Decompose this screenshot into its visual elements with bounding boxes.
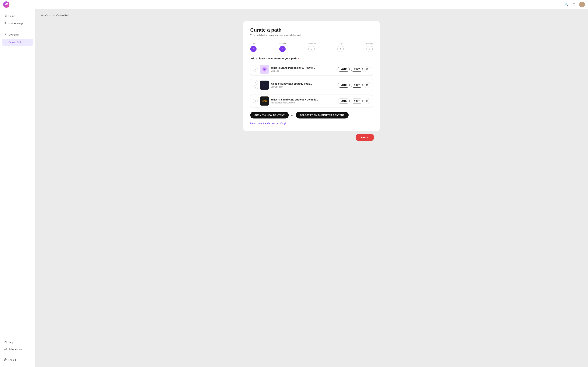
- sidebar-item-logout[interactable]: Logout: [2, 357, 33, 364]
- bottom-bar: NEXT: [243, 131, 380, 144]
- content-item-1: ↓ What Is Brand Personality & How to... …: [250, 63, 373, 76]
- home-icon: [4, 14, 7, 18]
- svg-point-0: [5, 23, 6, 24]
- search-icon[interactable]: 🔍: [564, 2, 569, 7]
- move-down-btn-1[interactable]: ↓: [253, 67, 258, 72]
- content-list: ↓ What Is Brand Personality & How to... …: [250, 63, 373, 108]
- sidebar-bottom: Help Subscription Logout: [0, 335, 35, 364]
- step-connector-2-3: [285, 49, 308, 49]
- svg-point-18: [264, 69, 265, 70]
- note-button-3[interactable]: NOTE: [337, 99, 350, 103]
- notification-icon[interactable]: [571, 2, 576, 7]
- list-icon: [4, 33, 7, 36]
- breadcrumb-separator: →: [52, 14, 55, 17]
- svg-rect-19: [262, 83, 267, 88]
- next-button[interactable]: NEXT: [356, 134, 374, 141]
- help-icon: [4, 341, 7, 344]
- sidebar-item-home[interactable]: Home: [2, 13, 33, 20]
- step-connector-1-2: [257, 49, 279, 49]
- logout-icon: [4, 358, 7, 362]
- svg-text:G: G: [263, 84, 264, 86]
- delete-button-3[interactable]: [364, 98, 370, 104]
- app-logo[interactable]: W: [3, 1, 9, 8]
- topbar-right: 🔍: [564, 2, 585, 7]
- page-title: Curate a path: [250, 27, 373, 33]
- move-up-btn-3[interactable]: ↑: [253, 99, 258, 103]
- stepper: Title ✓ Content ✓ Objectives 3 Tags 4: [250, 42, 373, 52]
- sidebar-item-curate-path[interactable]: Curate Path: [2, 39, 33, 46]
- content-title-1: What Is Brand Personality & How to...: [271, 67, 336, 69]
- content-thumb-2: G: [260, 81, 269, 90]
- content-arrows-2: ↑ ↓: [253, 80, 258, 90]
- or-label: or: [291, 114, 293, 117]
- user-avatar[interactable]: [579, 2, 585, 7]
- content-item-2: ↑ ↓ G Good strategy Bad strategy book...…: [250, 78, 373, 92]
- breadcrumb-current: Curate Path: [56, 14, 69, 17]
- content-url-1: visme.co: [271, 70, 336, 72]
- visit-button-1[interactable]: VISIT: [351, 67, 363, 72]
- content-title-2: Good strategy Bad strategy book...: [271, 82, 336, 85]
- sidebar-item-label: My Learnings: [9, 22, 23, 25]
- content-actions-2: NOTE VISIT: [337, 82, 370, 88]
- section-label: Add at least one content to your path: *: [250, 57, 373, 60]
- action-row: SUBMIT A NEW CONTENT or SELECT FROM SUBM…: [250, 112, 373, 118]
- svg-text:MBN: MBN: [262, 100, 267, 102]
- sidebar-divider-3: [3, 355, 31, 355]
- content-actions-3: NOTE VISIT: [337, 98, 370, 104]
- content-info-1: What Is Brand Personality & How to... vi…: [271, 67, 336, 72]
- visit-button-3[interactable]: VISIT: [351, 99, 363, 103]
- delete-button-2[interactable]: [364, 82, 370, 88]
- content-title-3: What is a marketing strategy? Definitio.…: [271, 98, 336, 101]
- main-content: WiseShot → Curate Path Curate a path You…: [35, 9, 588, 367]
- topbar: W 🔍: [0, 0, 588, 9]
- breadcrumb-root[interactable]: WiseShot: [41, 14, 51, 17]
- content-info-2: Good strategy Bad strategy book... youtu…: [271, 82, 336, 88]
- page-subtitle: Your path helps many learners around the…: [250, 34, 373, 37]
- sidebar-item-label: Subscription: [9, 348, 22, 351]
- content-item-3: ↑ MBN What is a marketing strategy? Defi…: [250, 95, 373, 108]
- step-label-2: Content: [279, 43, 286, 45]
- step-label-4: Tags: [338, 43, 343, 45]
- svg-rect-11: [4, 348, 6, 350]
- sidebar-item-label: Help: [9, 341, 13, 344]
- logout-label: Logout: [9, 359, 16, 361]
- sidebar-item-my-learnings[interactable]: My Learnings: [2, 20, 33, 27]
- visit-button-2[interactable]: VISIT: [351, 83, 363, 88]
- plus-icon: [4, 40, 7, 44]
- step-circle-2: ✓: [279, 46, 285, 52]
- content-url-3: marketbusinessnews.com: [271, 101, 336, 104]
- sidebar-divider-2: [3, 337, 31, 337]
- content-thumb-1: [260, 65, 269, 74]
- success-message: New content added successfully!: [250, 122, 373, 125]
- sidebar-nav: Home My Learnings My Paths: [0, 13, 35, 335]
- sidebar-item-subscription[interactable]: Subscription: [2, 346, 33, 353]
- submit-new-content-button[interactable]: SUBMIT A NEW CONTENT: [250, 112, 289, 118]
- step-label-5: Settings: [366, 43, 373, 45]
- select-submitted-content-button[interactable]: SELECT FROM SUBMITTED CONTENT: [296, 112, 349, 118]
- delete-button-1[interactable]: [364, 66, 370, 72]
- move-up-btn-2[interactable]: ↑: [253, 80, 258, 85]
- curate-path-card: Curate a path Your path helps many learn…: [243, 21, 380, 131]
- breadcrumb: WiseShot → Curate Path: [41, 14, 582, 17]
- content-info-3: What is a marketing strategy? Definitio.…: [271, 98, 336, 104]
- lightbulb-icon: [4, 22, 7, 25]
- sidebar-item-label: Home: [9, 15, 15, 17]
- move-down-btn-2[interactable]: ↓: [253, 85, 258, 90]
- step-connector-4-5: [344, 49, 366, 49]
- content-actions-1: NOTE VISIT: [337, 66, 370, 72]
- content-arrows-1: ↓: [253, 67, 258, 72]
- step-circle-3: 3: [308, 46, 315, 52]
- note-button-2[interactable]: NOTE: [337, 83, 350, 88]
- sidebar-item-help[interactable]: Help: [2, 339, 33, 346]
- sidebar: Home My Learnings My Paths: [0, 9, 35, 367]
- required-indicator: *: [298, 57, 299, 60]
- sidebar-item-label: Curate Path: [9, 41, 22, 43]
- sidebar-item-my-paths[interactable]: My Paths: [2, 31, 33, 38]
- step-circle-1: ✓: [250, 46, 257, 52]
- step-circle-4: 4: [337, 46, 344, 52]
- step-label-1: Title: [252, 43, 255, 45]
- step-label-3: Objectives: [307, 43, 316, 45]
- note-button-1[interactable]: NOTE: [337, 67, 350, 72]
- sidebar-item-label: My Paths: [9, 33, 18, 36]
- subscription-icon: [4, 348, 7, 351]
